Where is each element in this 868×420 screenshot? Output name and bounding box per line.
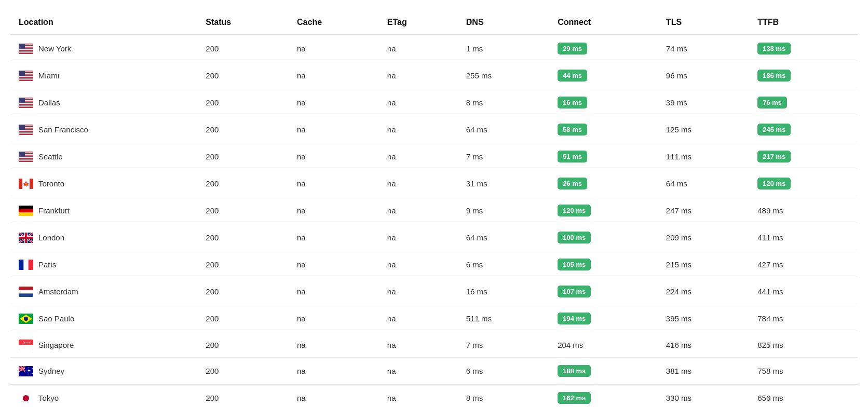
ttfb-badge: 120 ms <box>757 178 791 189</box>
connect-badge: 44 ms <box>558 70 587 82</box>
svg-rect-39 <box>19 106 33 107</box>
location-cell: Amsterdam <box>10 278 197 305</box>
cache-cell: na <box>289 305 379 332</box>
connect-badge: 120 ms <box>558 205 591 216</box>
connect-badge: 26 ms <box>558 178 587 189</box>
cache-cell: na <box>289 251 379 278</box>
tls-cell: 74 ms <box>658 35 749 62</box>
ttfb-cell: 489 ms <box>749 197 858 224</box>
tls-cell: 247 ms <box>658 197 749 224</box>
location-cell: ✦ ✦ ✦ ✦ ✦ Sydney <box>10 358 197 385</box>
connect-badge: 188 ms <box>558 365 591 377</box>
etag-cell: na <box>379 35 458 62</box>
status-cell: 200 <box>197 358 289 385</box>
ttfb-cell: 217 ms <box>749 143 858 170</box>
status-cell: 200 <box>197 251 289 278</box>
etag-cell: na <box>379 385 458 412</box>
tls-cell: 64 ms <box>658 170 749 197</box>
svg-rect-37 <box>19 104 33 105</box>
cache-cell: na <box>289 385 379 412</box>
cache-cell: na <box>289 89 379 116</box>
svg-point-94 <box>24 317 28 321</box>
cache-cell: na <box>289 278 379 305</box>
svg-rect-72 <box>30 179 33 189</box>
ttfb-badge: 186 ms <box>757 70 791 82</box>
svg-rect-76 <box>19 212 33 216</box>
ttfb-badge: 76 ms <box>757 97 787 109</box>
etag-cell: na <box>379 197 458 224</box>
svg-text:🍁: 🍁 <box>23 181 30 187</box>
svg-rect-11 <box>19 52 33 53</box>
cache-cell: na <box>289 35 379 62</box>
tls-cell: 395 ms <box>658 305 749 332</box>
svg-rect-54 <box>19 134 33 135</box>
svg-rect-9 <box>19 50 33 51</box>
connect-cell: 26 ms <box>549 170 658 197</box>
svg-rect-67 <box>19 160 33 161</box>
dns-cell: 7 ms <box>458 332 549 358</box>
location-name: Seattle <box>38 152 63 161</box>
svg-rect-51 <box>19 131 33 132</box>
cache-cell: na <box>289 170 379 197</box>
dns-cell: 64 ms <box>458 224 549 251</box>
tls-cell: 96 ms <box>658 62 749 89</box>
ttfb-cell: 120 ms <box>749 170 858 197</box>
connect-badge: 162 ms <box>558 392 591 404</box>
svg-rect-27 <box>19 71 25 76</box>
svg-text:✦✦✦: ✦✦✦ <box>24 341 30 344</box>
etag-cell: na <box>379 89 458 116</box>
status-cell: 200 <box>197 35 289 62</box>
ttfb-cell: 186 ms <box>749 62 858 89</box>
svg-rect-26 <box>19 80 33 81</box>
location-cell: London <box>10 224 197 251</box>
tls-cell: 39 ms <box>658 89 749 116</box>
cache-cell: na <box>289 332 379 358</box>
table-row: Sao Paulo 200nana511 ms194 ms395 ms784 m… <box>10 305 858 332</box>
cache-cell: na <box>289 143 379 170</box>
location-cell: Tokyo <box>10 385 197 412</box>
svg-point-115 <box>23 395 29 401</box>
svg-rect-75 <box>19 209 33 212</box>
table-row: Seattle 200nana7 ms51 ms111 ms217 ms <box>10 143 858 170</box>
location-cell: Miami <box>10 62 197 89</box>
header-cache: Cache <box>289 10 379 35</box>
tls-cell: 111 ms <box>658 143 749 170</box>
table-row: ☽ ✦✦✦ Singapore 200nana7 ms204 ms416 ms8… <box>10 332 858 358</box>
cache-cell: na <box>289 116 379 143</box>
location-cell: ☽ ✦✦✦ Singapore <box>10 332 197 358</box>
dns-cell: 64 ms <box>458 116 549 143</box>
connect-badge: 105 ms <box>558 259 591 270</box>
etag-cell: na <box>379 170 458 197</box>
tls-cell: 381 ms <box>658 358 749 385</box>
table-row: 🍁 Toronto 200nana31 ms26 ms64 ms120 ms <box>10 170 858 197</box>
svg-rect-69 <box>19 152 25 157</box>
ttfb-cell: 245 ms <box>749 116 858 143</box>
svg-rect-55 <box>19 125 25 130</box>
tls-cell: 125 ms <box>658 116 749 143</box>
etag-cell: na <box>379 305 458 332</box>
svg-rect-7 <box>19 49 33 50</box>
etag-cell: na <box>379 251 458 278</box>
connect-badge: 194 ms <box>558 313 591 324</box>
header-connect: Connect <box>549 10 658 35</box>
svg-rect-91 <box>19 287 33 290</box>
tls-cell: 330 ms <box>658 385 749 412</box>
status-cell: 200 <box>197 224 289 251</box>
connect-badge: 16 ms <box>558 97 587 109</box>
table-row: Amsterdam 200nana16 ms107 ms224 ms441 ms <box>10 278 858 305</box>
svg-rect-53 <box>19 133 33 134</box>
svg-rect-66 <box>19 159 33 160</box>
location-cell: Frankfurt <box>10 197 197 224</box>
cache-cell: na <box>289 197 379 224</box>
svg-rect-21 <box>19 76 33 77</box>
status-cell: 200 <box>197 143 289 170</box>
cache-cell: na <box>289 224 379 251</box>
location-cell: Paris <box>10 251 197 278</box>
flag-icon <box>19 260 33 270</box>
table-row: ✦ ✦ ✦ ✦ ✦ Sydney 200nana6 ms188 ms381 ms… <box>10 358 858 385</box>
connect-badge: 100 ms <box>558 232 591 243</box>
etag-cell: na <box>379 332 458 358</box>
flag-icon <box>19 233 33 243</box>
dns-cell: 511 ms <box>458 305 549 332</box>
status-cell: 200 <box>197 332 289 358</box>
